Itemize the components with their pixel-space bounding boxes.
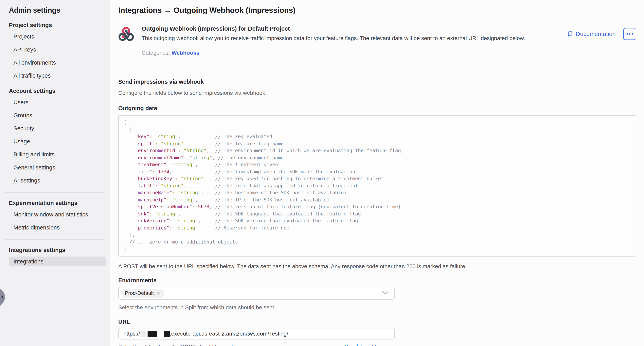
code-line: "environmentName": "string", // The envi… bbox=[124, 155, 631, 162]
environment-chip[interactable]: Prod-Default ✕ bbox=[121, 289, 164, 298]
sidebar-title: Admin settings bbox=[9, 6, 106, 15]
sidebar-item-billing-and-limits[interactable]: Billing and limits bbox=[9, 150, 106, 159]
sidebar-item-usage[interactable]: Usage bbox=[9, 137, 106, 146]
section-header-account-settings: Account settings bbox=[9, 87, 106, 94]
sidebar-divider bbox=[6, 192, 103, 193]
redacted-block bbox=[164, 331, 170, 337]
sidebar-section-integrations-settings: Integrations settings Integrations bbox=[9, 247, 106, 266]
section-subtitle: Configure the fields below to send impre… bbox=[118, 90, 636, 96]
code-line: "sdk": "string", // The SDK language tha… bbox=[124, 210, 631, 218]
code-line: "machineIp": "string", // The IP of the … bbox=[124, 196, 631, 204]
code-line: "machineName": "string", // The hostname… bbox=[124, 189, 631, 196]
integration-description: This outgoing webhook allow you to recei… bbox=[142, 35, 567, 42]
sidebar-item-all-traffic-types[interactable]: All traffic types bbox=[9, 71, 106, 81]
sidebar-section-experimentation-settings: Experimentation settings Monitor window … bbox=[9, 200, 106, 232]
url-input[interactable]: https://.execute-api.us-east-2.amazonaws… bbox=[118, 328, 395, 340]
code-line: "split": "string", // The feature flag n… bbox=[124, 140, 631, 148]
url-footer-row: Enter the URL where the POST should be s… bbox=[118, 344, 395, 346]
more-options-button[interactable] bbox=[623, 28, 636, 40]
code-line: "bucketingKey": "string", // The key use… bbox=[124, 175, 631, 182]
url-value-prefix: https:// bbox=[124, 331, 140, 337]
code-line: "splitVersionNumber": 5678, // The versi… bbox=[124, 203, 631, 210]
section-header-experimentation-settings: Experimentation settings bbox=[9, 200, 106, 206]
page-title-breadcrumb: Integrations → Outgoing Webhook (Impress… bbox=[118, 5, 636, 15]
documentation-label: Documentation bbox=[576, 31, 616, 37]
environments-help: Select the environments in Split from wh… bbox=[118, 304, 636, 311]
sidebar-item-ai-settings[interactable]: AI settings bbox=[9, 175, 106, 185]
ellipsis-icon bbox=[626, 33, 633, 35]
remove-environment-icon[interactable]: ✕ bbox=[156, 291, 160, 296]
code-line: "properties": "string" // Reserved for f… bbox=[124, 224, 631, 232]
url-label: URL bbox=[118, 318, 636, 325]
outgoing-data-schema: [ { "key": "string", // The key evaluate… bbox=[118, 115, 636, 257]
code-line: "sdkVersion": "string", // The SDK versi… bbox=[124, 217, 631, 224]
category-webhooks-link[interactable]: Webhooks bbox=[172, 50, 199, 56]
section-title: Send impressions via webhook bbox=[118, 78, 636, 85]
sidebar-item-projects[interactable]: Projects bbox=[9, 32, 106, 41]
chevron-down-icon[interactable] bbox=[382, 291, 389, 296]
main-content: Integrations → Outgoing Webhook (Impress… bbox=[110, 0, 644, 346]
outgoing-data-label: Outgoing data bbox=[118, 105, 636, 112]
send-test-message-link[interactable]: Send Test Message bbox=[344, 344, 395, 346]
integration-categories: Categories:Webhooks bbox=[142, 50, 567, 56]
sidebar-item-groups[interactable]: Groups bbox=[9, 110, 106, 120]
sidebar-section-project-settings: Project settings Projects API keys All e… bbox=[9, 22, 106, 81]
code-line: ] bbox=[124, 245, 631, 253]
code-line: "key": "string", // The key evaluated bbox=[124, 133, 631, 140]
sidebar-item-monitor-window-and-statistics[interactable]: Monitor window and statistics bbox=[9, 209, 106, 219]
sidebar-item-metric-dimensions[interactable]: Metric dimensions bbox=[9, 223, 106, 232]
redacted-block bbox=[141, 331, 146, 337]
sidebar-collapse-handle[interactable] bbox=[0, 288, 5, 306]
environments-label: Environments bbox=[118, 277, 636, 284]
integration-info: Outgoing Webhook (Impressions) for Defau… bbox=[142, 25, 567, 56]
sidebar-section-account-settings: Account settings Users Groups Security U… bbox=[9, 87, 106, 185]
section-header-integrations-settings: Integrations settings bbox=[9, 247, 106, 253]
admin-settings-sidebar: Admin settings Project settings Projects… bbox=[0, 0, 110, 346]
code-line: { bbox=[124, 126, 631, 134]
integration-actions: Documentation bbox=[567, 28, 636, 40]
sidebar-item-api-keys[interactable]: API keys bbox=[9, 45, 106, 54]
post-note: A POST will be sent to the URL specified… bbox=[118, 263, 636, 270]
bookmark-icon bbox=[567, 31, 574, 37]
environments-select[interactable]: Prod-Default ✕ bbox=[118, 287, 395, 300]
code-line: [ bbox=[124, 119, 631, 126]
code-line: "label": "string", // The rule that was … bbox=[124, 182, 631, 189]
code-line: "environmentId": "string", // The enviro… bbox=[124, 147, 631, 155]
integration-name: Outgoing Webhook (Impressions) for Defau… bbox=[142, 25, 567, 32]
webhook-icon bbox=[118, 26, 134, 43]
environment-chip-label: Prod-Default bbox=[125, 290, 154, 296]
redacted-block bbox=[148, 331, 157, 337]
sidebar-item-users[interactable]: Users bbox=[9, 97, 106, 107]
sidebar-item-general-settings[interactable]: General settings bbox=[9, 163, 106, 173]
app-window: Admin settings Project settings Projects… bbox=[0, 0, 644, 346]
documentation-link[interactable]: Documentation bbox=[567, 31, 616, 37]
code-line: "treatment": "string", // The treatment … bbox=[124, 161, 631, 169]
url-help: Enter the URL where the POST should be s… bbox=[118, 344, 234, 346]
categories-label: Categories: bbox=[142, 50, 170, 56]
url-value-suffix: .execute-api.us-east-2.amazonaws.com/Tes… bbox=[170, 331, 288, 337]
integration-header: Outgoing Webhook (Impressions) for Defau… bbox=[118, 25, 636, 56]
code-line: // ... zero or more additional objects bbox=[124, 239, 631, 246]
section-header-project-settings: Project settings bbox=[9, 22, 106, 28]
header-divider bbox=[118, 66, 636, 66]
sidebar-divider bbox=[6, 239, 103, 240]
sidebar-item-security[interactable]: Security bbox=[9, 123, 106, 133]
sidebar-item-all-environments[interactable]: All environments bbox=[9, 58, 106, 68]
code-line: "time": 1234, // The timestamp when the … bbox=[124, 169, 631, 175]
sidebar-item-integrations[interactable]: Integrations bbox=[9, 257, 106, 266]
code-line: }, bbox=[124, 231, 631, 239]
